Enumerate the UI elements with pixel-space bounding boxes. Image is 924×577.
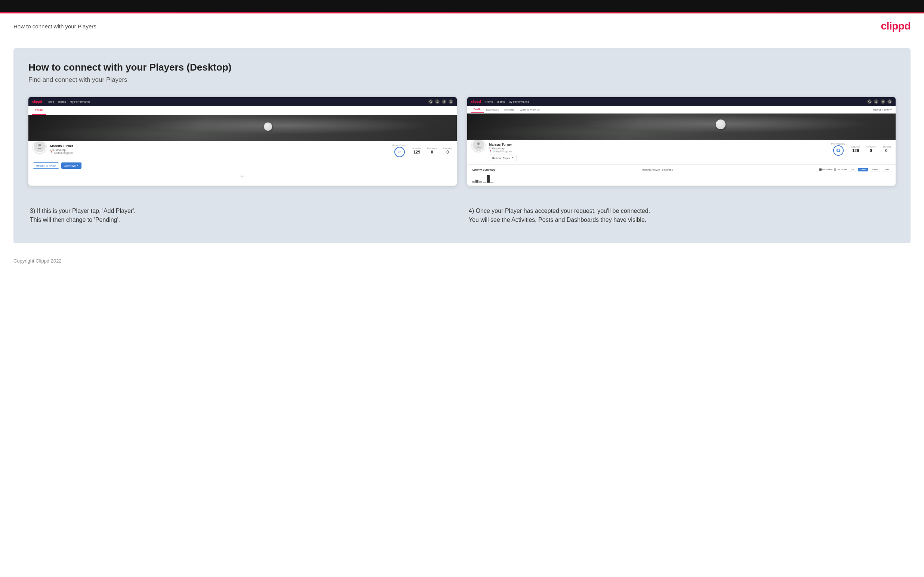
- left-player-avatar: [33, 140, 46, 153]
- right-location-pin-icon: 📍: [489, 150, 492, 153]
- right-user-icon[interactable]: [874, 99, 879, 104]
- left-profile-info: Marcus Turner 1-5 Handicap 📍 United King…: [50, 144, 389, 154]
- right-nav-icons: [867, 99, 892, 104]
- left-profile-stats: Player Quality 92 Activities 129 Followe…: [393, 144, 452, 157]
- right-caption: 4) Once your Player has accepted your re…: [467, 198, 896, 224]
- activity-header: Activity Summary Monthly Activity · 6 Mo…: [472, 168, 891, 171]
- off-course-dot: [834, 168, 836, 171]
- main-content: How to connect with your Players (Deskto…: [13, 48, 911, 243]
- off-course-legend: Off course: [834, 168, 847, 171]
- svg-point-8: [868, 100, 870, 102]
- right-app-nav: clippd Home Teams My Performance: [467, 97, 896, 106]
- right-pq-value: 92: [837, 148, 840, 152]
- left-nav-teams[interactable]: Teams: [58, 100, 66, 103]
- right-nav-teams[interactable]: Teams: [497, 100, 505, 103]
- activity-summary-section: Activity Summary Monthly Activity · 6 Mo…: [467, 164, 896, 185]
- chart-bar-6: [490, 182, 493, 183]
- right-pq-circle: 92: [833, 145, 844, 156]
- right-player-location: 📍 United Kingdom: [489, 150, 827, 153]
- user-icon[interactable]: [435, 99, 439, 104]
- right-following-stat: Following 0: [882, 146, 891, 153]
- left-profile-section: Marcus Turner 1-5 Handicap 📍 United King…: [28, 141, 457, 160]
- right-search-icon[interactable]: [867, 99, 872, 104]
- right-followers-value: 0: [866, 148, 876, 153]
- time-btn-3mths[interactable]: 3 mths: [870, 168, 880, 171]
- right-player-quality-stat: Player Quality 92: [831, 143, 845, 156]
- right-player-avatar: [472, 138, 485, 152]
- right-following-value: 0: [882, 148, 891, 153]
- right-tab-dashboard[interactable]: Dashboard: [484, 106, 502, 113]
- left-screenshot: clippd Home Teams My Performance: [28, 97, 457, 185]
- right-tab-what-to-work[interactable]: What To Work On: [517, 106, 543, 113]
- svg-point-2: [437, 101, 438, 102]
- left-hero-banner: [28, 115, 457, 141]
- svg-line-1: [431, 102, 432, 103]
- svg-point-10: [876, 101, 877, 102]
- left-nav-links: Home Teams My Performance: [47, 100, 90, 103]
- left-player-location: 📍 United Kingdom: [50, 151, 389, 154]
- chart-bar-5: [487, 175, 489, 183]
- right-caption-text: 4) Once your Player has accepted your re…: [469, 206, 894, 224]
- left-player-quality-stat: Player Quality 92: [393, 144, 406, 157]
- left-app-nav: clippd Home Teams My Performance: [28, 97, 457, 106]
- screenshots-row: clippd Home Teams My Performance: [28, 97, 896, 185]
- right-tab-activities[interactable]: Activities: [502, 106, 517, 113]
- left-activities-stat: Activities 129: [412, 147, 421, 154]
- activity-title: Activity Summary: [472, 168, 495, 171]
- page-header-title: How to connect with your Players: [13, 23, 97, 29]
- right-profile-stats: Player Quality 92 Activities 129 Followe…: [831, 143, 891, 156]
- right-profile-info: Marcus Turner 1-5 Handicap 📍 United King…: [489, 143, 827, 161]
- remove-x-icon: ✕: [511, 156, 514, 160]
- svg-line-9: [870, 102, 871, 103]
- right-player-handicap: 1-5 Handicap: [489, 147, 827, 150]
- chart-bar-3: [479, 181, 482, 183]
- right-nav-home[interactable]: Home: [486, 100, 493, 103]
- clippd-logo: clippd: [881, 20, 911, 32]
- left-profile-buttons: Request to Follow Add Player +: [28, 160, 457, 171]
- remove-player-button[interactable]: Remove Player ✕: [489, 155, 517, 161]
- left-nav-home[interactable]: Home: [47, 100, 54, 103]
- time-btn-1yr[interactable]: 1 yr: [849, 168, 856, 171]
- right-golf-ball-icon: [716, 119, 725, 129]
- top-bar: [0, 0, 924, 12]
- right-nav-links: Home Teams My Performance: [486, 100, 529, 103]
- right-tab-profile[interactable]: Profile: [471, 106, 484, 113]
- time-btn-1mth[interactable]: 1 mth: [882, 168, 891, 171]
- add-plus-icon: +: [77, 164, 79, 167]
- pencil-icon: ✏: [241, 174, 244, 179]
- svg-point-12: [882, 100, 884, 103]
- right-screenshot: clippd Home Teams My Performance: [467, 97, 896, 185]
- svg-point-11: [882, 101, 884, 102]
- chart-bar-2: [475, 180, 478, 183]
- activity-controls: On course Off course 1 yr 6 mths 3 mths …: [819, 168, 891, 171]
- left-nav-performance[interactable]: My Performance: [70, 100, 90, 103]
- add-player-button[interactable]: Add Player +: [61, 163, 81, 169]
- activity-period: Monthly Activity · 6 Months: [642, 168, 673, 171]
- right-profile-actions: Remove Player ✕: [489, 155, 827, 161]
- right-globe-icon[interactable]: [887, 99, 892, 104]
- main-title: How to connect with your Players (Deskto…: [28, 61, 896, 73]
- header-divider: [13, 39, 911, 39]
- svg-point-0: [430, 100, 431, 102]
- right-followers-stat: Followers 0: [866, 146, 876, 153]
- svg-point-3: [444, 101, 445, 102]
- captions-row: 3) If this is your Player tap, 'Add Play…: [28, 198, 896, 224]
- on-course-dot: [819, 168, 822, 171]
- left-nav-icons: [428, 99, 453, 104]
- globe-icon[interactable]: [449, 99, 453, 104]
- right-settings-icon[interactable]: [880, 99, 885, 104]
- right-nav-logo: clippd: [471, 100, 481, 103]
- right-tab-user-dropdown[interactable]: Marcus Turner ▾: [873, 108, 892, 111]
- right-nav-performance[interactable]: My Performance: [509, 100, 529, 103]
- request-to-follow-button[interactable]: Request to Follow: [33, 163, 59, 169]
- location-pin-icon: 📍: [50, 151, 53, 154]
- settings-icon[interactable]: [442, 99, 446, 104]
- chart-bar-4: [483, 182, 486, 183]
- footer-copyright: Copyright Clippd 2022: [13, 258, 62, 264]
- activity-mini-chart: [472, 174, 891, 183]
- search-icon[interactable]: [428, 99, 433, 104]
- left-tab-profile[interactable]: Profile: [32, 106, 46, 114]
- left-pq-value: 92: [398, 150, 401, 154]
- time-btn-6mths[interactable]: 6 mths: [858, 168, 868, 171]
- right-hero-banner: [467, 114, 896, 140]
